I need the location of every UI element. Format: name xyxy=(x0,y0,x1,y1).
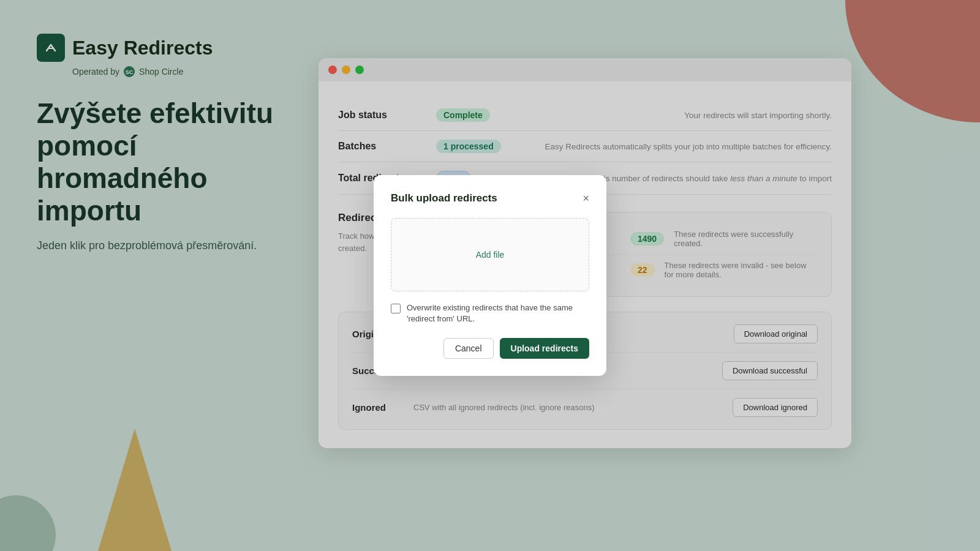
modal: Bulk upload redirects × Add file Overwri… xyxy=(374,175,606,376)
overwrite-label: Overwrite existing redirects that have t… xyxy=(407,302,589,324)
modal-footer: Cancel Upload redirects xyxy=(391,338,589,359)
modal-close-button[interactable]: × xyxy=(582,193,589,204)
modal-title: Bulk upload redirects xyxy=(391,192,497,204)
overwrite-checkbox[interactable] xyxy=(391,304,401,313)
add-file-link[interactable]: Add file xyxy=(476,250,505,260)
modal-header: Bulk upload redirects × xyxy=(391,192,589,204)
file-drop-area[interactable]: Add file xyxy=(391,218,589,291)
overwrite-row: Overwrite existing redirects that have t… xyxy=(391,302,589,324)
cancel-button[interactable]: Cancel xyxy=(443,338,494,359)
upload-redirects-button[interactable]: Upload redirects xyxy=(500,338,589,359)
modal-overlay: Bulk upload redirects × Add file Overwri… xyxy=(0,0,980,551)
